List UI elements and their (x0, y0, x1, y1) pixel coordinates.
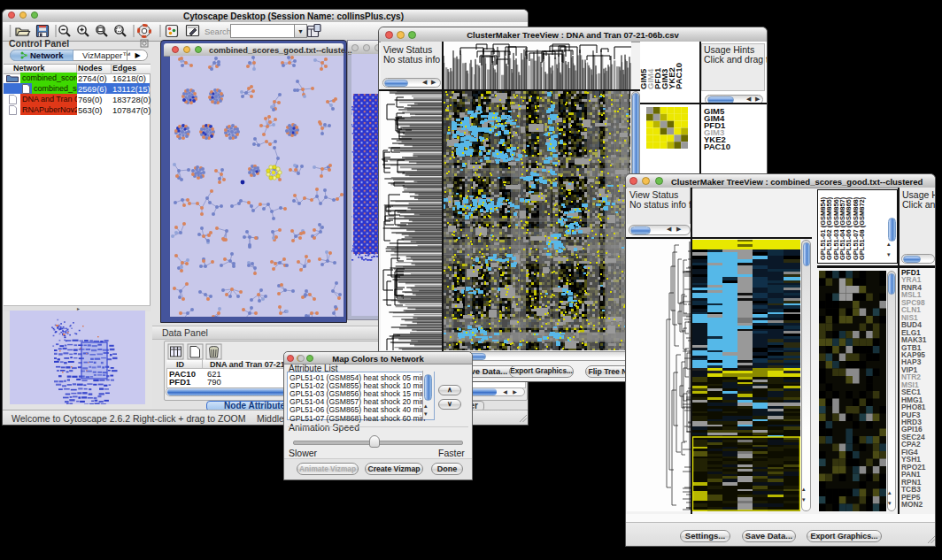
svg-text:MON2: MON2 (901, 500, 923, 509)
svg-text:PAC10: PAC10 (674, 63, 683, 89)
svg-text:GPL51-08 (GSM872): GPL51-08 (GSM872) (858, 196, 866, 260)
